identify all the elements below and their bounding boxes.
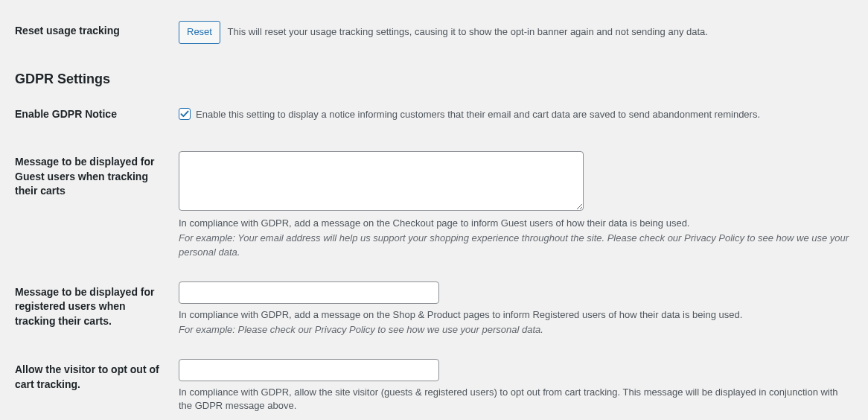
reset-description: This will reset your usage tracking sett… [228, 26, 708, 37]
label-guest-message: Message to be displayed for Guest users … [0, 140, 171, 270]
optout-description: In compliance with GDPR, allow the site … [179, 386, 853, 413]
label-reset-usage-tracking: Reset usage tracking [0, 7, 171, 55]
row-enable-gdpr-notice: Enable GDPR Notice Enable this setting t… [0, 92, 868, 141]
settings-table: Reset usage tracking Reset This will res… [0, 7, 868, 55]
label-enable-gdpr-notice: Enable GDPR Notice [0, 92, 171, 141]
registered-message-example: For example: Please check our Privacy Po… [179, 323, 853, 337]
row-reset-usage-tracking: Reset usage tracking Reset This will res… [0, 7, 868, 55]
reset-button[interactable]: Reset [179, 21, 220, 44]
checkmark-icon [180, 109, 189, 118]
row-optout: Allow the visitor to opt out of cart tra… [0, 348, 868, 420]
gdpr-settings-table: Enable GDPR Notice Enable this setting t… [0, 92, 868, 420]
cell-enable-gdpr-notice: Enable this setting to display a notice … [171, 92, 868, 141]
cell-registered-message: In compliance with GDPR, add a message o… [171, 270, 868, 348]
row-registered-message: Message to be displayed for registered u… [0, 270, 868, 348]
cell-reset-usage-tracking: Reset This will reset your usage trackin… [171, 7, 868, 55]
label-registered-message: Message to be displayed for registered u… [0, 270, 171, 348]
row-guest-message: Message to be displayed for Guest users … [0, 140, 868, 270]
registered-message-input[interactable] [179, 281, 439, 304]
label-optout: Allow the visitor to opt out of cart tra… [0, 348, 171, 420]
registered-message-description: In compliance with GDPR, add a message o… [179, 308, 853, 322]
guest-message-example: For example: Your email address will hel… [179, 232, 853, 258]
enable-gdpr-checkbox[interactable] [179, 108, 191, 120]
enable-gdpr-description: Enable this setting to display a notice … [196, 107, 760, 122]
cell-guest-message: In compliance with GDPR, add a message o… [171, 140, 868, 270]
guest-message-textarea[interactable] [179, 151, 584, 211]
cell-optout: In compliance with GDPR, allow the site … [171, 348, 868, 420]
guest-message-description: In compliance with GDPR, add a message o… [179, 217, 853, 230]
section-title-gdpr: GDPR Settings [15, 70, 868, 89]
optout-input[interactable] [179, 359, 439, 381]
